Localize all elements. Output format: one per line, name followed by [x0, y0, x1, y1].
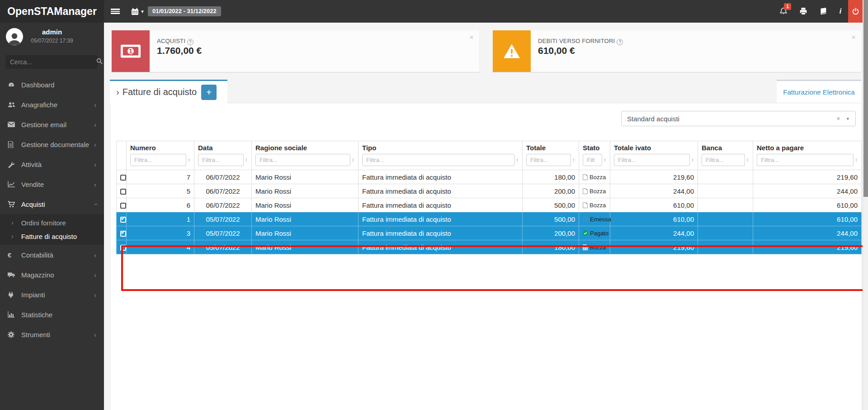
table-row[interactable]: 6 06/07/2022 Mario Rossi Fattura immedia… [117, 198, 862, 212]
header-stato[interactable]: Stato ▲▼ [579, 141, 610, 170]
sort-icons[interactable]: ▲▼ [244, 158, 248, 162]
calendar-icon[interactable]: ▾ [127, 0, 148, 23]
close-icon[interactable]: × [469, 33, 474, 42]
sort-icons[interactable]: ▲▼ [514, 158, 519, 162]
user-name: admin [24, 28, 80, 36]
help-circle-icon[interactable]: ? [617, 39, 623, 45]
row-checkbox[interactable] [120, 175, 126, 181]
scrollbar-thumb[interactable] [863, 0, 868, 197]
page-scrollbar[interactable] [863, 0, 868, 410]
cart-icon [8, 201, 19, 208]
clear-selection-icon[interactable]: × [830, 115, 846, 122]
tab-fatturazione-elettronica[interactable]: Fatturazione Elettronica [777, 80, 861, 103]
row-checkbox[interactable] [120, 189, 126, 195]
sidebar-item-gestione-documentale[interactable]: Gestione documentale ‹ [0, 134, 104, 154]
sidebar-item-vendite[interactable]: Vendite ‹ [0, 174, 104, 194]
docs-book-icon[interactable] [814, 0, 833, 23]
tab-fatture-di-acquisto[interactable]: › Fatture di acquisto + [110, 80, 227, 103]
sort-icons[interactable]: ▲▼ [854, 158, 858, 162]
header-data[interactable]: Data ▲▼ [194, 141, 252, 170]
tab-chevron-icon: › [116, 87, 119, 97]
sidebar-item-gestione-email[interactable]: Gestione email ‹ [0, 114, 104, 134]
main-content: 1 ACQUISTI? 1.760,00 € × DEBITI VERSO FO… [104, 23, 863, 410]
row-checkbox-checked[interactable]: ✔ [120, 231, 126, 237]
table-header-row: Numero ▲▼ Data ▲▼ Ragione sociale ▲▼ Tip… [117, 141, 862, 170]
filter-totale-ivato-input[interactable] [614, 154, 690, 166]
table-row-selected[interactable]: ✔ 3 05/07/2022 Mario Rossi Fattura immed… [117, 226, 862, 240]
filter-numero-input[interactable] [130, 154, 186, 166]
status-badge: Bozza [583, 202, 606, 209]
filter-ragione-input[interactable] [255, 154, 350, 166]
add-invoice-button[interactable]: + [201, 85, 217, 100]
info-icon[interactable]: i [833, 0, 848, 23]
filter-banca-input[interactable] [702, 154, 745, 166]
filter-stato-input[interactable] [583, 154, 602, 166]
table-row[interactable]: 5 06/07/2022 Mario Rossi Fattura immedia… [117, 184, 862, 198]
sort-icons[interactable]: ▲▼ [602, 158, 606, 162]
draft-file-icon [583, 202, 588, 208]
card-value: 1.760,00 € [157, 45, 202, 56]
header-banca[interactable]: Banca ▲▼ [698, 141, 753, 170]
sort-icons[interactable]: ▲▼ [690, 158, 694, 162]
acquisti-submenu: › Ordini fornitore › Fatture di acquisto [0, 214, 104, 245]
select-caret-icon[interactable]: ▾ [846, 116, 855, 122]
filter-tipo-input[interactable] [362, 154, 514, 166]
chevron-left-icon: ‹ [94, 271, 96, 279]
user-avatar [6, 28, 23, 45]
filter-data-input[interactable] [198, 154, 244, 166]
sidebar-item-statistiche[interactable]: Statistiche [0, 305, 104, 324]
table-row-selected[interactable]: ✔ 4 05/07/2022 Mario Rossi Fattura immed… [117, 240, 862, 254]
chevron-left-icon: ‹ [94, 161, 96, 168]
app-logo: OpenSTAManager [0, 0, 104, 23]
sort-icons[interactable]: ▲▼ [745, 158, 749, 162]
sort-icons[interactable]: ▲▼ [350, 158, 354, 162]
header-tipo[interactable]: Tipo ▲▼ [359, 141, 523, 170]
sidebar-search[interactable] [5, 55, 98, 69]
search-input[interactable] [5, 58, 96, 66]
help-circle-icon[interactable]: ? [187, 39, 193, 45]
sidebar-item-attivita[interactable]: Attività ‹ [0, 154, 104, 174]
date-range-badge[interactable]: 01/01/2022 - 31/12/2022 [148, 6, 221, 16]
header-totale-ivato[interactable]: Totale ivato ▲▼ [610, 141, 698, 170]
card-label: ACQUISTI? [157, 38, 193, 45]
sidebar-item-acquisti[interactable]: Acquisti ‹ [0, 194, 104, 214]
sidebar-subitem-ordini-fornitore[interactable]: › Ordini fornitore [0, 216, 104, 229]
stat-card-acquisti: 1 ACQUISTI? 1.760,00 € × [112, 30, 479, 72]
search-icon[interactable] [96, 58, 103, 66]
chevron-left-icon: ‹ [94, 291, 96, 299]
chart-line-icon [8, 181, 19, 187]
row-checkbox-checked[interactable]: ✔ [120, 217, 126, 223]
warning-triangle-icon [493, 30, 531, 72]
sidebar-item-magazzino[interactable]: Magazzino ‹ [0, 265, 104, 285]
row-checkbox-checked[interactable]: ✔ [120, 245, 126, 251]
plugin-select[interactable]: Standard acquisti × ▾ [621, 111, 856, 126]
invoices-table: Numero ▲▼ Data ▲▼ Ragione sociale ▲▼ Tip… [116, 141, 862, 254]
status-badge: Bozza [583, 174, 606, 181]
sort-icons[interactable]: ▲▼ [571, 158, 575, 162]
header-ragione-sociale[interactable]: Ragione sociale ▲▼ [252, 141, 359, 170]
filter-totale-input[interactable] [526, 154, 571, 166]
sidebar-subitem-fatture-di-acquisto[interactable]: › Fatture di acquisto [0, 229, 104, 243]
sort-icons[interactable]: ▲▼ [186, 158, 190, 162]
row-checkbox[interactable] [120, 203, 126, 209]
arrow-right-icon: › [11, 219, 14, 226]
menu-toggle-icon[interactable] [105, 0, 125, 23]
sidebar-item-impianti[interactable]: Impianti ‹ [0, 285, 104, 305]
sidebar-item-contabilita[interactable]: € Contabilità ‹ [0, 245, 104, 265]
sidebar-item-anagrafiche[interactable]: Anagrafiche ‹ [0, 95, 104, 114]
table-row-selected[interactable]: ✔ 1 05/07/2022 Mario Rossi Fattura immed… [117, 212, 862, 226]
logout-power-button[interactable] [848, 0, 863, 23]
filter-netto-input[interactable] [757, 154, 854, 166]
gear-icon [8, 331, 19, 338]
money-bill-icon: 1 [112, 30, 150, 72]
notifications-bell-icon[interactable]: 1 [774, 0, 793, 23]
close-icon[interactable]: × [851, 33, 856, 42]
header-netto-a-pagare[interactable]: Netto a pagare ▲▼ [753, 141, 862, 170]
sidebar-item-dashboard[interactable]: Dashboard [0, 75, 104, 95]
table-row[interactable]: 7 06/07/2022 Mario Rossi Fattura immedia… [117, 170, 862, 184]
sidebar-item-strumenti[interactable]: Strumenti ‹ [0, 324, 104, 344]
header-totale[interactable]: Totale ▲▼ [523, 141, 579, 170]
print-icon[interactable] [794, 0, 813, 23]
header-numero[interactable]: Numero ▲▼ [127, 141, 194, 170]
paid-check-circle-icon [583, 230, 588, 236]
